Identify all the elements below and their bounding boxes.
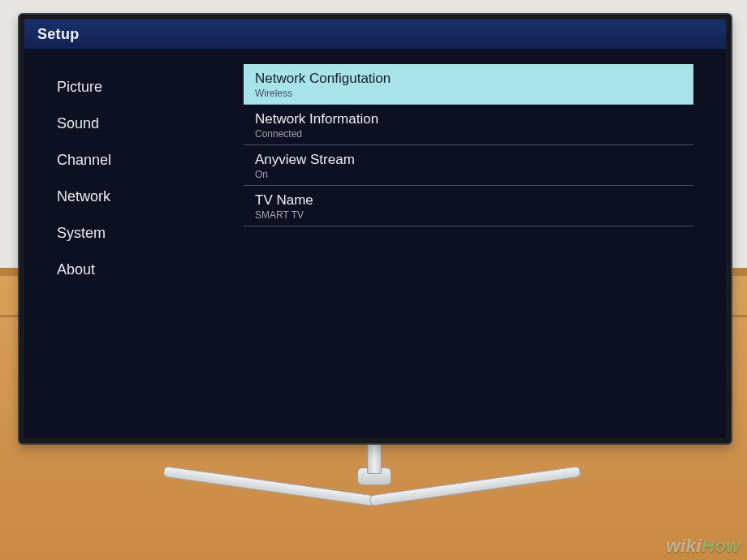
tv-screen: Setup Picture Sound Channel Network Syst… bbox=[24, 19, 726, 438]
row-label: TV Name bbox=[255, 192, 682, 209]
row-label: Network Configutation bbox=[255, 71, 682, 87]
row-anyview-stream[interactable]: Anyview Stream On bbox=[244, 145, 693, 186]
sidebar-item-sound[interactable]: Sound bbox=[57, 106, 244, 142]
setup-content: Picture Sound Channel Network System Abo… bbox=[24, 50, 726, 438]
row-tv-name[interactable]: TV Name SMART TV bbox=[244, 186, 693, 226]
row-label: Network Information bbox=[255, 111, 682, 127]
sidebar-item-about[interactable]: About bbox=[57, 252, 244, 288]
scene: Setup Picture Sound Channel Network Syst… bbox=[0, 0, 747, 560]
row-value: Connected bbox=[255, 128, 682, 140]
setup-title: Setup bbox=[37, 26, 80, 43]
row-value: SMART TV bbox=[255, 209, 682, 221]
row-network-configuration[interactable]: Network Configutation Wireless bbox=[244, 64, 693, 105]
setup-title-bar: Setup bbox=[24, 19, 726, 50]
tv-frame: Setup Picture Sound Channel Network Syst… bbox=[18, 13, 732, 445]
row-value: On bbox=[255, 169, 682, 180]
sidebar-item-picture[interactable]: Picture bbox=[57, 69, 244, 106]
row-value: Wireless bbox=[255, 88, 682, 99]
row-network-information[interactable]: Network Information Connected bbox=[244, 105, 693, 145]
tv-stand-pole bbox=[367, 440, 382, 474]
setup-sidebar: Picture Sound Channel Network System Abo… bbox=[24, 50, 244, 438]
setup-panel: Network Configutation Wireless Network I… bbox=[244, 50, 726, 438]
row-label: Anyview Stream bbox=[255, 152, 682, 168]
sidebar-item-network[interactable]: Network bbox=[57, 179, 244, 215]
sidebar-item-channel[interactable]: Channel bbox=[57, 142, 244, 179]
sidebar-item-system[interactable]: System bbox=[57, 215, 244, 252]
